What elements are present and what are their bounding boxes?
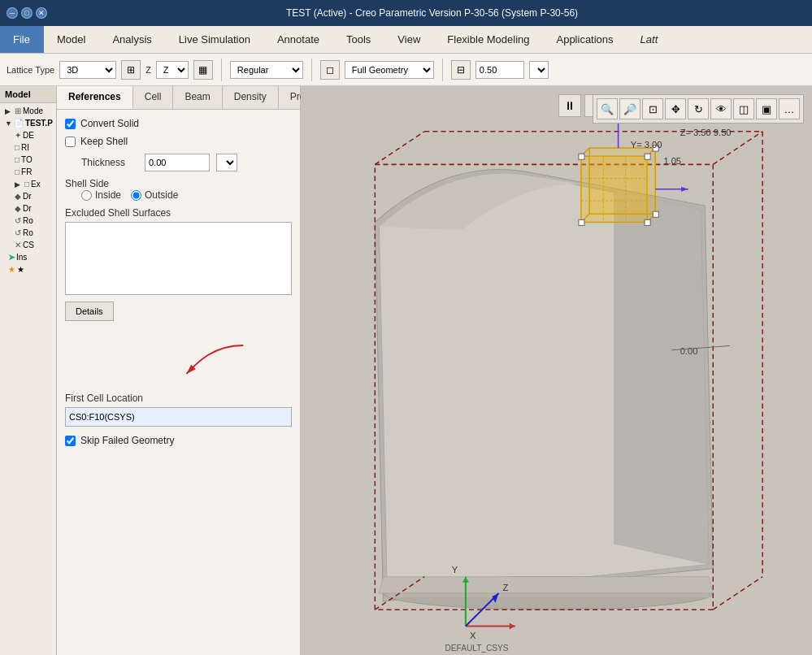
inside-label-text: Inside: [95, 189, 121, 201]
first-cell-label: First Cell Location: [65, 393, 292, 404]
zoom-fit-btn[interactable]: ⊡: [642, 98, 663, 119]
tree-item-ro2[interactable]: ↺ Ro: [2, 227, 54, 239]
skip-failed-row: Skip Failed Geometry: [65, 435, 292, 446]
tab-bar: References Cell Beam Density Properties: [57, 86, 300, 110]
convert-solid-checkbox[interactable]: [65, 119, 76, 129]
menu-live-simulation[interactable]: Live Simulation: [166, 26, 264, 53]
tab-beam[interactable]: Beam: [173, 86, 222, 109]
tree-label-ri: RI: [21, 143, 29, 152]
dimension-icon-btn[interactable]: ⊟: [451, 60, 471, 80]
tree-label-star: ★: [17, 265, 24, 274]
dimension-input[interactable]: [475, 61, 524, 79]
more-btn[interactable]: …: [779, 98, 800, 119]
arrow-annotation: [65, 337, 292, 386]
menu-latt[interactable]: Latt: [627, 26, 672, 53]
sidebar-title: Model: [5, 89, 31, 99]
tree-icon-dr1: ◆: [15, 192, 21, 201]
tree-item-mode[interactable]: ▶ ⊞ Mode: [2, 105, 54, 117]
viewport[interactable]: ⏸ ⏹ ↺ 🔍 🔎 ⊡ ✥ ↻ 👁 ◫ ▣ …: [301, 86, 812, 655]
geometry-icon-btn[interactable]: ◻: [320, 60, 340, 80]
tree-icon-ro1: ↺: [15, 216, 21, 225]
tree-icon-ins: ➤: [8, 253, 15, 262]
skip-failed-checkbox[interactable]: [65, 436, 76, 446]
tree-item-dr2[interactable]: ◆ Dr: [2, 202, 54, 215]
svg-text:Y= 3.00: Y= 3.00: [631, 140, 662, 150]
win-close-btn[interactable]: ✕: [36, 7, 47, 19]
grid-icon-btn[interactable]: ▦: [193, 60, 213, 80]
tree-item-star[interactable]: ★ ★: [2, 263, 54, 275]
pause-button[interactable]: ⏸: [558, 94, 581, 117]
tree-icon-cs: ✕: [15, 241, 21, 249]
menu-annotate[interactable]: Annotate: [264, 26, 333, 53]
expand-icon-ex: ▶: [15, 180, 23, 189]
thickness-unit-select[interactable]: [216, 154, 237, 171]
svg-text:0.00: 0.00: [680, 346, 698, 356]
3d-model-canvas: Y= 3.00 1.05 Z= 3.50 9.50 0.00 X Y Z DEF…: [301, 86, 812, 655]
sidebar-header: Model: [0, 86, 56, 103]
tree-item-dr1[interactable]: ◆ Dr: [2, 190, 54, 202]
sidebar-tree: ▶ ⊞ Mode ▼ 📄 TEST.P ✦ DE □ RI □ TO: [0, 103, 56, 655]
zoom-in-btn[interactable]: 🔍: [597, 98, 618, 119]
excluded-surfaces-section: Excluded Shell Surfaces: [65, 207, 292, 295]
tree-item-ex[interactable]: ▶ □ Ex: [2, 178, 54, 190]
tab-density[interactable]: Density: [223, 86, 279, 109]
tree-item-ri[interactable]: □ RI: [2, 141, 54, 154]
window-controls[interactable]: ─ □ ✕: [7, 7, 47, 19]
svg-rect-21: [579, 154, 584, 159]
shell-side-outside-label[interactable]: Outside: [131, 189, 178, 201]
tab-references[interactable]: References: [57, 86, 133, 109]
display-btn[interactable]: ▣: [756, 98, 777, 119]
pan-btn[interactable]: ✥: [665, 98, 686, 119]
tree-item-cs[interactable]: ✕ CS: [2, 239, 54, 251]
z-select[interactable]: ZXY: [156, 61, 189, 79]
menu-analysis[interactable]: Analysis: [99, 26, 165, 53]
win-maximize-btn[interactable]: □: [21, 7, 33, 19]
shell-side-label: Shell Side: [65, 178, 109, 189]
tree-item-model[interactable]: ▼ 📄 TEST.P: [2, 117, 54, 129]
first-cell-input[interactable]: CS0:F10(CSYS): [65, 407, 292, 427]
tree-icon-star: ★: [8, 265, 15, 274]
menu-view[interactable]: View: [384, 26, 434, 53]
svg-rect-23: [579, 219, 584, 225]
keep-shell-checkbox[interactable]: [65, 137, 76, 147]
tree-item-de[interactable]: ✦ DE: [2, 129, 54, 141]
zoom-out-btn[interactable]: 🔎: [619, 98, 640, 119]
z-label: Z: [145, 65, 151, 75]
shell-side-radios: Inside Outside: [81, 189, 292, 201]
tree-label-dr1: Dr: [23, 192, 32, 201]
win-minimize-btn[interactable]: ─: [7, 7, 18, 19]
details-button[interactable]: Details: [65, 301, 114, 321]
tab-cell[interactable]: Cell: [133, 86, 174, 109]
right-toolbar: 🔍 🔎 ⊡ ✥ ↻ 👁 ◫ ▣ …: [593, 94, 804, 124]
tree-item-to[interactable]: □ TO: [2, 154, 54, 166]
thickness-input[interactable]: [145, 154, 210, 171]
shell-side-inside-label[interactable]: Inside: [81, 189, 121, 201]
menu-flexible-modeling[interactable]: Flexible Modeling: [434, 26, 543, 53]
view-btn[interactable]: 👁: [710, 98, 732, 119]
separator-1: [221, 59, 222, 81]
tree-item-ins[interactable]: ➤ Ins: [2, 251, 54, 263]
skip-failed-label: Skip Failed Geometry: [80, 435, 174, 446]
lattice-icon-btn[interactable]: ⊞: [121, 60, 141, 80]
tree-item-fr[interactable]: □ FR: [2, 166, 54, 178]
shell-side-inside-radio[interactable]: [81, 190, 92, 201]
svg-text:Z= 3.50   9.50: Z= 3.50 9.50: [680, 128, 732, 137]
dimension-unit-select[interactable]: [529, 61, 549, 79]
expand-icon: ▶: [5, 107, 13, 115]
orient-btn[interactable]: ◫: [733, 98, 754, 119]
tree-icon-ro2: ↺: [15, 228, 21, 237]
rotate-btn[interactable]: ↻: [688, 98, 709, 119]
excluded-surfaces-box[interactable]: [65, 222, 292, 295]
menu-tools[interactable]: Tools: [333, 26, 384, 53]
shell-side-outside-radio[interactable]: [131, 190, 141, 201]
menu-applications[interactable]: Applications: [543, 26, 627, 53]
keep-shell-row: Keep Shell: [65, 136, 292, 147]
pattern-select[interactable]: RegularRandomGradient: [230, 61, 303, 79]
geometry-select[interactable]: Full GeometrySimplifiedNone: [345, 61, 434, 79]
menu-file[interactable]: File: [0, 26, 44, 53]
tree-item-ro1[interactable]: ↺ Ro: [2, 215, 54, 227]
menu-model[interactable]: Model: [44, 26, 99, 53]
svg-text:Y: Y: [452, 565, 458, 575]
lattice-type-select[interactable]: 3D2D1D: [59, 61, 116, 79]
lattice-type-label: Lattice Type: [7, 65, 54, 75]
